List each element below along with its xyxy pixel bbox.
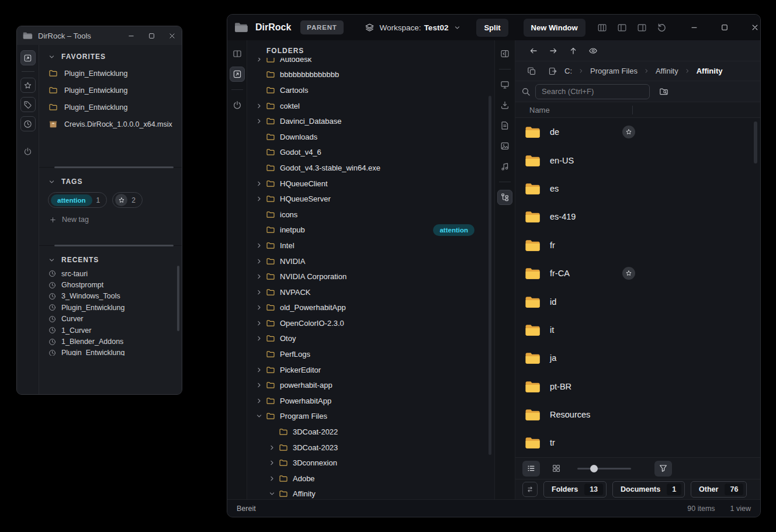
type-filter-folders[interactable]: Folders13 [543,481,607,498]
grid-view-button[interactable] [548,461,565,477]
tree-item-folder[interactable]: NVIDIA Corporation [247,269,494,284]
chevron-right-icon[interactable] [255,102,266,110]
recent-item[interactable]: 3_Windows_Tools [39,291,182,302]
breadcrumb-segment[interactable]: Affinity [697,67,723,75]
document-button[interactable] [497,118,512,133]
chevron-right-icon[interactable] [268,459,279,467]
list-view-button[interactable] [522,461,540,477]
slider-thumb[interactable] [590,465,598,472]
file-row[interactable]: fr-CA [515,259,760,287]
eye-icon[interactable] [588,46,598,55]
folders-scrollbar[interactable] [489,96,491,455]
swap-button[interactable] [522,482,538,497]
tree-item-folder[interactable]: 3DCoat-2023 [247,440,494,455]
tree-item-folder[interactable]: Downloads [247,129,494,145]
favorite-star-badge[interactable] [622,267,635,280]
chevron-right-icon[interactable] [255,241,266,249]
tree-item-folder[interactable]: Davinci_Database [247,113,494,129]
tree-item-folder[interactable]: NVIDIA [247,253,494,269]
tree-item-folder[interactable]: 3Dconnexion [247,455,494,471]
layout-right-panel-icon[interactable] [637,23,647,33]
favorites-header[interactable]: FAVORITES [39,45,182,65]
search-input[interactable] [535,84,650,99]
recent-item[interactable]: Plugin_Entwicklung [39,347,182,356]
download-button[interactable] [497,98,512,113]
file-row[interactable]: es [515,175,760,203]
icon-size-slider[interactable] [577,464,631,472]
maximize-icon[interactable] [148,32,155,40]
tree-item-folder[interactable]: bbbbbbbbbbbbbb [247,67,494,83]
tree-item-folder[interactable]: old_PowerhabitApp [247,300,494,316]
tree-item-folder[interactable]: Autodesk [247,58,494,67]
tag-button[interactable] [20,97,36,112]
recent-item[interactable]: 1_Curver [39,325,182,336]
tree-item-folder[interactable]: 3DCoat-2022 [247,424,494,440]
tree-item-folder[interactable]: Adobe [247,471,494,486]
chevron-right-icon[interactable] [268,443,279,451]
tree-item-folder[interactable]: Intel [247,238,494,253]
chevron-down-icon[interactable] [255,412,266,420]
tree-item-folder[interactable]: Affinity [247,486,494,499]
breadcrumb-segment[interactable]: C: [564,67,572,75]
layout-three-column-icon[interactable] [597,23,607,33]
column-header-name[interactable]: Name [515,102,760,118]
favorite-item[interactable]: Crevis.DirRock_1.0.0.0_x64.msix [39,116,182,133]
external-link-button[interactable] [230,67,245,82]
file-row[interactable]: id [515,287,760,315]
breadcrumb-segment[interactable]: Affinity [656,67,678,75]
recent-item[interactable]: 1_Blender_Addons [39,336,182,347]
section-divider[interactable] [39,243,182,248]
chevron-right-icon[interactable] [255,335,266,343]
tree-item-folder[interactable]: OpenColorIO-2.3.0 [247,315,494,331]
file-row[interactable]: de [515,118,760,146]
attention-tag-badge[interactable]: attention [433,224,474,236]
tree-item-folder[interactable]: NVPACK [247,284,494,300]
file-row[interactable]: Resources [515,401,760,429]
maximize-icon[interactable] [720,23,729,32]
refresh-icon[interactable] [657,23,667,33]
tag-pill-attention[interactable]: attention 1 [48,192,107,208]
external-link-button[interactable] [20,50,36,65]
favorite-star-badge[interactable] [622,126,635,138]
tree-item-folder[interactable]: PerfLogs [247,346,494,362]
file-list-scrollbar[interactable] [754,121,757,164]
tree-item-folder[interactable]: Otoy [247,331,494,347]
copy-path-icon[interactable] [527,67,536,76]
chevron-right-icon[interactable] [255,288,266,296]
chevron-right-icon[interactable] [255,195,266,203]
favorite-item[interactable]: Plugin_Entwicklung [39,82,182,99]
back-icon[interactable] [529,46,538,55]
power-button[interactable] [20,144,36,159]
tree-item-folder[interactable]: HQueueClient [247,176,494,192]
tags-header[interactable]: TAGS [39,170,182,190]
split-view-button[interactable] [230,46,245,61]
tree-item-folder[interactable]: HQueueServer [247,191,494,207]
chevron-right-icon[interactable] [255,319,266,327]
forward-icon[interactable] [549,46,558,55]
chevron-right-icon[interactable] [255,273,266,281]
file-row[interactable]: it [515,316,760,344]
tree-item-folder[interactable]: Program Files [247,409,494,425]
filter-button[interactable] [654,461,672,477]
image-button[interactable] [497,138,512,154]
chevron-right-icon[interactable] [255,58,266,63]
tag-pill-starred[interactable]: 2 [112,192,143,208]
tools-titlebar[interactable]: DirRock – Tools [17,26,182,45]
tree-view-button[interactable] [497,190,512,205]
tree-item-folder[interactable]: coktel [247,98,494,114]
tree-item-folder[interactable]: powerhabit-app [247,377,494,393]
favorite-item[interactable]: Plugin_Entwicklung [39,99,182,116]
recent-item[interactable]: src-tauri [39,268,182,279]
music-button[interactable] [497,159,512,174]
chevron-right-icon[interactable] [268,474,279,482]
favorite-item[interactable]: Plugin_Entwicklung [39,65,182,82]
tree-item-folder[interactable]: inetpubattention [247,222,494,238]
tree-item-folder[interactable]: PickerEditor [247,362,494,378]
power-button[interactable] [230,98,245,113]
folder-search-icon[interactable] [659,87,669,96]
new-window-button[interactable]: New Window [524,19,586,37]
recent-item[interactable]: Curver [39,314,182,325]
chevron-down-icon[interactable] [268,490,279,498]
new-tag-button[interactable]: New tag [39,215,182,224]
section-divider[interactable] [39,165,182,170]
